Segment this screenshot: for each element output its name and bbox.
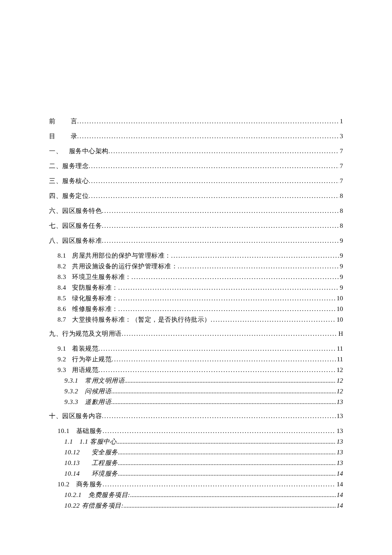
toc-entry-label: 10.14 环境服务 [64,470,118,478]
toc-entry: 二、服务理念 7 [49,162,343,170]
toc-entry: 目 录3 [49,132,343,140]
toc-entry: 10.2.1 免费服务项目: 14 [49,491,343,499]
toc-entry: 9.3.3道歉用语 13 [49,398,343,406]
toc-entry-label: 10.22 有偿服务项目: [64,502,124,510]
toc-entry-label: 1.1 1.1 客服中心 [64,438,116,446]
toc-entry: 十、园区服务内容 13 [49,412,343,420]
toc-entry: 8.4安防服务标准： 9 [49,284,343,292]
toc-leader-dots [109,148,339,155]
page: 前 言1目 录3一、 服务中心架构7二、服务理念 7三、服务核心 7四、服务定位… [0,0,392,555]
toc-leader-dots [103,481,336,488]
toc-entry: 8.3环境卫生服务标准： 9 [49,273,343,281]
toc-entry-label: 八、园区服务标准 [49,237,102,245]
toc-leader-dots [102,222,339,230]
toc-entry-page: 7 [339,163,343,170]
toc-entry-label: 10.13 工程服务 [64,459,118,467]
toc-entry-label: 10.1 基础服务 [58,427,103,435]
toc-leader-dots [122,330,338,337]
toc-entry: 七、园区服务任务 8 [49,222,343,230]
toc-entry-page: 12 [336,388,343,395]
toc-leader-dots [171,252,339,259]
toc-leader-dots [118,295,336,302]
toc-entry: 九、行为规范及文明用语 H [49,330,343,338]
toc-leader-dots [98,366,336,374]
toc-leader-dots [111,388,336,395]
toc-leader-dots [111,398,336,406]
toc-entry-page: 14 [336,491,343,499]
toc-entry-page: 8 [339,222,343,230]
toc-entry: 四、服务定位 8 [49,192,343,200]
toc-entry-label: 一、 服务中心架构 [49,147,109,155]
toc-entry-label: 8.6维修服务标准： [58,305,118,313]
toc-entry-label: 前 言 [49,117,77,125]
toc-entry-label: 9.3.1常用文明用语 [64,377,124,385]
toc-entry: 9.1着装规范 11 [49,345,343,353]
toc-leader-dots [102,237,339,244]
toc-entry-page: 14 [336,502,343,509]
toc-entry-page: 7 [339,148,343,155]
toc-entry: 三、服务核心 7 [49,177,343,185]
toc-entry: 9.3.1常用文明用语 12 [49,377,343,385]
toc-entry-label: 8.4安防服务标准： [58,284,118,292]
toc-entry-label: 三、服务核心 [49,177,89,185]
toc-entry-page: 14 [336,470,343,477]
toc-entry-page: 8 [339,207,343,215]
toc-leader-dots [124,502,336,509]
toc-entry: 10.22 有偿服务项目: 14 [49,502,343,510]
toc-entry-label: 四、服务定位 [49,192,89,200]
toc-leader-dots [116,438,336,445]
toc-entry-page: 11 [336,356,343,363]
toc-leader-dots [118,284,339,291]
toc-entry-page: 10 [336,316,343,323]
toc-entry-page: 9 [339,252,343,259]
toc-leader-dots [118,305,336,313]
toc-entry: 六、园区服务特色 8 [49,207,343,215]
toc-entry-page: 8 [339,192,343,200]
toc-entry: 9.3用语规范 12 [49,366,343,374]
toc-entry: 8.2共用设施设备的运行保护管理标准： 9 [49,262,343,270]
toc-leader-dots [77,133,339,140]
toc-leader-dots [98,345,336,352]
toc-entry-label: 七、园区服务任务 [49,222,102,230]
toc-entry-page: 7 [339,177,343,185]
toc-entry: 10.2 商务服务 14 [49,480,343,488]
toc-leader-dots [89,192,339,200]
toc-leader-dots [130,491,336,499]
toc-leader-dots [102,207,339,215]
toc-entry: 一、 服务中心架构7 [49,147,343,155]
toc-entry: 8.1房屋共用部位的保护与管理标准： 9 [49,252,343,260]
toc-entry-page: 11 [336,345,343,352]
toc-entry-label: 9.2行为举止规范 [58,355,112,363]
toc-entry-label: 9.1着装规范 [58,345,98,353]
toc-entry-label: 9.3用语规范 [58,366,98,374]
toc-entry-page: 9 [339,284,343,291]
toc-leader-dots [124,377,336,384]
toc-entry-page: 3 [339,133,343,140]
table-of-contents: 前 言1目 录3一、 服务中心架构7二、服务理念 7三、服务核心 7四、服务定位… [49,117,343,510]
toc-entry-label: 8.7大堂接待服务标准：（暂定，是否执行待批示） [58,316,211,324]
toc-leader-dots [89,163,339,170]
toc-entry-page: 12 [336,377,343,384]
toc-entry-label: 10.12 安全服务 [64,448,118,456]
toc-entry: 8.6维修服务标准： 10 [49,305,343,313]
toc-leader-dots [178,263,339,270]
toc-entry-label: 六、园区服务特色 [49,207,102,215]
toc-entry-label: 8.5绿化服务标准： [58,294,118,302]
toc-entry-page: 9 [339,273,343,281]
toc-entry: 9.3.2问候用语 12 [49,387,343,395]
toc-leader-dots [118,459,336,467]
toc-entry-page: 9 [339,263,343,270]
toc-leader-dots [118,470,336,477]
toc-entry: 1.1 1.1 客服中心13 [49,438,343,446]
toc-entry-label: 二、服务理念 [49,162,89,170]
toc-entry-page: 10 [336,305,343,313]
toc-entry-label: 8.3环境卫生服务标准： [58,273,132,281]
toc-leader-dots [103,427,336,435]
toc-entry: 前 言1 [49,117,343,125]
toc-entry-page: 13 [336,398,343,406]
toc-leader-dots [102,413,336,420]
toc-entry: 10.13 工程服务13 [49,459,343,467]
toc-entry-label: 9.3.2问候用语 [64,387,111,395]
toc-entry-label: 九、行为规范及文明用语 [49,330,122,338]
toc-entry: 10.12 安全服务13 [49,448,343,456]
